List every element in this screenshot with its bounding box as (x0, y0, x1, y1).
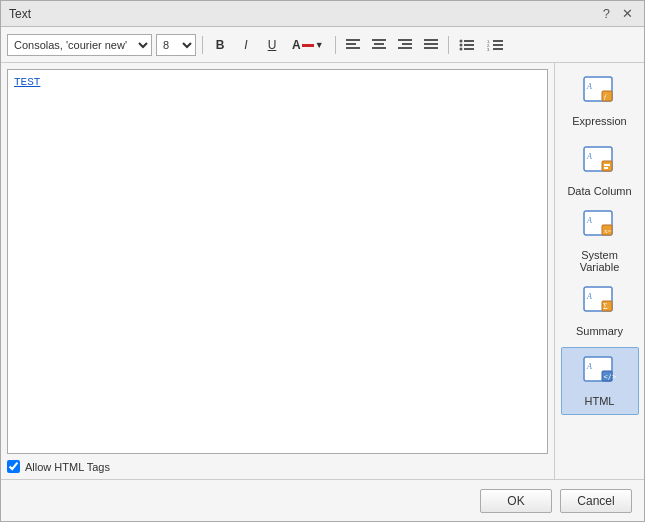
svg-rect-11 (424, 47, 438, 49)
font-color-button[interactable]: A ▼ (287, 34, 329, 56)
svg-rect-10 (424, 43, 438, 45)
summary-label: Summary (576, 325, 623, 337)
toolbar-sep-2 (335, 36, 336, 54)
formatting-toolbar: Consolas, 'courier new' 8 B I U A ▼ (1, 27, 644, 63)
svg-rect-23 (493, 48, 503, 50)
test-link[interactable]: TEST (14, 76, 40, 88)
sidebar-item-system-variable[interactable]: A x= System Variable (561, 207, 639, 275)
summary-icon: A Σ (582, 285, 618, 321)
expression-label: Expression (572, 115, 626, 127)
svg-rect-13 (464, 40, 474, 42)
svg-rect-15 (464, 44, 474, 46)
sidebar-item-data-column[interactable]: A Data Column (561, 137, 639, 205)
svg-rect-9 (424, 39, 438, 41)
close-button[interactable]: ✕ (619, 6, 636, 21)
text-dialog: Text ? ✕ Consolas, 'courier new' 8 B I U… (0, 0, 645, 522)
checkbox-row: Allow HTML Tags (7, 460, 548, 473)
footer: OK Cancel (1, 479, 644, 521)
sidebar-item-summary[interactable]: A Σ Summary (561, 277, 639, 345)
svg-rect-7 (402, 43, 412, 45)
html-icon: A </> (582, 355, 618, 391)
align-justify-button[interactable] (420, 34, 442, 56)
sidebar-item-html[interactable]: A </> HTML (561, 347, 639, 415)
align-center-icon (372, 39, 386, 51)
svg-text:A: A (586, 82, 592, 91)
allow-html-checkbox[interactable] (7, 460, 20, 473)
allow-html-label: Allow HTML Tags (25, 461, 110, 473)
editor-area: TEST Allow HTML Tags (1, 63, 554, 479)
expression-icon: A f (582, 75, 618, 111)
italic-button[interactable]: I (235, 34, 257, 56)
sidebar-item-expression[interactable]: A f Expression (561, 67, 639, 135)
align-right-icon (398, 39, 412, 51)
svg-rect-4 (374, 43, 384, 45)
list-bullet-button[interactable] (455, 34, 479, 56)
font-color-letter: A (292, 38, 301, 52)
titlebar-buttons: ? ✕ (600, 6, 636, 21)
ok-button[interactable]: OK (480, 489, 552, 513)
dialog-title: Text (9, 7, 31, 21)
svg-rect-17 (464, 48, 474, 50)
data-column-icon: A (582, 145, 618, 181)
svg-point-12 (459, 39, 462, 42)
svg-rect-6 (398, 39, 412, 41)
svg-rect-1 (346, 43, 356, 45)
svg-rect-32 (604, 167, 608, 169)
align-center-button[interactable] (368, 34, 390, 56)
bullet-list-icon (459, 39, 475, 51)
align-justify-icon (424, 39, 438, 51)
cancel-button[interactable]: Cancel (560, 489, 632, 513)
svg-text:x=: x= (604, 227, 612, 235)
svg-rect-5 (372, 47, 386, 49)
toolbar-sep-3 (448, 36, 449, 54)
svg-point-14 (459, 43, 462, 46)
align-left-icon (346, 39, 360, 51)
font-select[interactable]: Consolas, 'courier new' (7, 34, 152, 56)
svg-rect-19 (493, 40, 503, 42)
data-column-label: Data Column (567, 185, 631, 197)
underline-button[interactable]: U (261, 34, 283, 56)
svg-text:3.: 3. (487, 47, 490, 51)
html-label: HTML (585, 395, 615, 407)
svg-point-16 (459, 47, 462, 50)
font-size-select[interactable]: 8 (156, 34, 196, 56)
font-color-dropdown-icon[interactable]: ▼ (315, 40, 324, 50)
font-color-swatch (302, 44, 314, 47)
svg-rect-0 (346, 39, 360, 41)
svg-text:A: A (586, 292, 592, 301)
bold-button[interactable]: B (209, 34, 231, 56)
titlebar: Text ? ✕ (1, 1, 644, 27)
svg-rect-3 (372, 39, 386, 41)
svg-text:A: A (586, 152, 592, 161)
svg-text:Σ: Σ (603, 302, 608, 311)
toolbar-sep-1 (202, 36, 203, 54)
svg-rect-2 (346, 47, 360, 49)
svg-rect-21 (493, 44, 503, 46)
main-area: TEST Allow HTML Tags A f Expression (1, 63, 644, 479)
svg-rect-31 (604, 164, 610, 166)
align-right-button[interactable] (394, 34, 416, 56)
help-button[interactable]: ? (600, 6, 613, 21)
svg-text:</>: </> (603, 373, 616, 381)
svg-text:A: A (586, 362, 592, 371)
align-left-button[interactable] (342, 34, 364, 56)
system-variable-label: System Variable (562, 249, 638, 273)
text-editor[interactable]: TEST (7, 69, 548, 454)
sidebar: A f Expression A Data Column (554, 63, 644, 479)
list-ordered-button[interactable]: 1. 2. 3. (483, 34, 507, 56)
system-variable-icon: A x= (582, 209, 618, 245)
svg-rect-8 (398, 47, 412, 49)
svg-text:A: A (586, 216, 592, 225)
ordered-list-icon: 1. 2. 3. (487, 39, 503, 51)
